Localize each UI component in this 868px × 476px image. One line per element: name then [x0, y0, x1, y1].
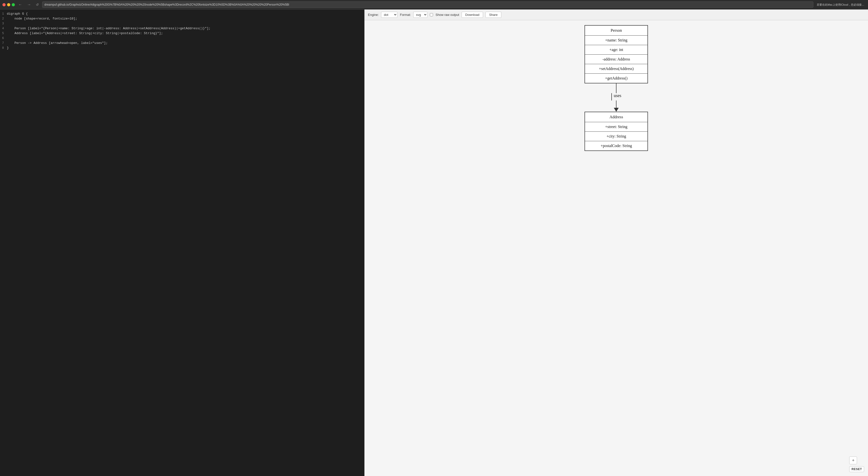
address-node: Address +street: String +city: String +p… — [585, 112, 648, 151]
reset-button[interactable]: RESET — [849, 466, 864, 472]
viz-content[interactable]: Person +name: String +age: int -address:… — [365, 20, 868, 476]
person-row-2: +age: int — [585, 45, 648, 55]
show-raw-label: Show raw output — [435, 13, 459, 17]
connector-line-bot — [616, 100, 617, 108]
maximize-button[interactable] — [12, 3, 15, 6]
forward-button[interactable]: → — [26, 2, 32, 7]
notification-text: 若要在此Mac上使用iCloud，您必须接受新条款与条件。 — [817, 3, 866, 7]
line-number: 3 — [0, 21, 7, 26]
person-row-1: +name: String — [585, 36, 648, 45]
line-content: node [shape=record, fontsize=10]; — [7, 16, 78, 21]
uml-diagram: Person +name: String +age: int -address:… — [585, 25, 648, 151]
line-content: Person -> Address [arrowhead=open, label… — [7, 41, 107, 45]
minimize-button[interactable] — [7, 3, 10, 6]
engine-label: Engine: — [368, 13, 379, 17]
browser-chrome: ← → ↺ 若要在此Mac上使用iCloud，您必须接受新条款与条件。 — [0, 0, 868, 9]
line-number: 5 — [0, 31, 7, 36]
line-content: Address [label="{Address|+street: String… — [7, 31, 163, 36]
address-row-2: +city: String — [585, 132, 648, 141]
close-button[interactable] — [2, 3, 6, 6]
download-button[interactable]: Download — [462, 12, 483, 18]
line-content: Person [label="{Person|+name: String|+ag… — [7, 26, 211, 31]
reload-button[interactable]: ↺ — [34, 2, 40, 7]
line-content: } — [7, 45, 9, 51]
line-content: digraph G { — [7, 11, 28, 16]
line-number: 1 — [0, 11, 7, 16]
connector-label: uses — [614, 93, 621, 98]
code-line: 7 Person -> Address [arrowhead=open, lab… — [0, 41, 364, 45]
share-button[interactable]: Share — [486, 12, 501, 18]
engine-select[interactable]: dot neato fdp sfdp twopi circo — [381, 12, 397, 18]
editor-panel: 1digraph G {2 node [shape=record, fontsi… — [0, 9, 365, 476]
person-row-4: +setAddress(Address) — [585, 64, 648, 74]
code-line: 8} — [0, 45, 364, 51]
address-row-3: +postalCode: String — [585, 141, 648, 151]
person-header: Person — [585, 26, 648, 36]
line-number: 4 — [0, 26, 7, 31]
show-raw-checkbox[interactable] — [430, 13, 433, 16]
window-controls — [2, 3, 15, 6]
connector-line-mid — [611, 93, 612, 100]
viz-toolbar: Engine: dot neato fdp sfdp twopi circo F… — [365, 9, 868, 20]
arrow-down-icon — [614, 108, 619, 112]
format-label: Format: — [400, 13, 411, 17]
bottom-right-buttons: + RESET — [849, 456, 864, 472]
code-line: 1digraph G { — [0, 11, 364, 16]
code-line: 3 — [0, 21, 364, 26]
address-header: Address — [585, 112, 648, 122]
viz-panel: Engine: dot neato fdp sfdp twopi circo F… — [365, 9, 868, 476]
browser-right: 若要在此Mac上使用iCloud，您必须接受新条款与条件。 — [815, 3, 866, 7]
connector-line-top — [616, 84, 617, 93]
address-row-1: +street: String — [585, 122, 648, 132]
person-node: Person +name: String +age: int -address:… — [585, 25, 648, 84]
code-line: 6 — [0, 36, 364, 41]
person-row-3: -address: Address — [585, 55, 648, 64]
line-number: 6 — [0, 36, 7, 41]
main-layout: 1digraph G {2 node [shape=record, fontsi… — [0, 9, 868, 476]
line-number: 7 — [0, 41, 7, 45]
uml-connector: uses — [611, 84, 621, 112]
person-row-5: +getAddress() — [585, 74, 648, 83]
code-line: 2 node [shape=record, fontsize=10]; — [0, 16, 364, 21]
line-number: 2 — [0, 16, 7, 21]
code-line: 4 Person [label="{Person|+name: String|+… — [0, 26, 364, 31]
line-number: 8 — [0, 45, 7, 51]
format-select[interactable]: svg png dot json pdf — [413, 12, 427, 18]
code-area[interactable]: 1digraph G {2 node [shape=record, fontsi… — [0, 9, 364, 476]
address-bar[interactable] — [42, 1, 813, 8]
back-button[interactable]: ← — [17, 2, 24, 7]
code-line: 5 Address [label="{Address|+street: Stri… — [0, 31, 364, 36]
zoom-in-button[interactable]: + — [849, 456, 857, 464]
